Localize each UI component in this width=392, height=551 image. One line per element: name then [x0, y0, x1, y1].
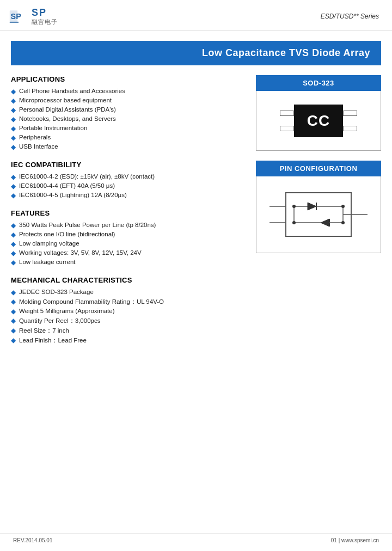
list-item-text: Lead Finish：Lead Free — [19, 336, 87, 345]
bullet-icon: ◆ — [11, 192, 16, 199]
list-item: ◆Low leakage current — [11, 259, 246, 266]
list-item: ◆Notebooks, Desktops, and Servers — [11, 115, 246, 123]
bullet-icon: ◆ — [11, 143, 16, 151]
bullet-icon: ◆ — [11, 134, 16, 142]
bullet-icon: ◆ — [11, 173, 16, 181]
list-item: ◆IEC61000-4-5 (Lightning) 12A (8/20μs) — [11, 192, 246, 199]
bullet-icon: ◆ — [11, 240, 16, 248]
list-item-text: Quantity Per Reel：3,000pcs — [19, 317, 100, 325]
list-item: ◆Low clamping voltage — [11, 240, 246, 248]
list-item: ◆IEC61000-4-2 (ESD): ±15kV (air), ±8kV (… — [11, 173, 246, 181]
bullet-icon: ◆ — [11, 317, 16, 325]
iec-heading: IEC COMPATIBILITY — [11, 161, 246, 169]
bullet-icon: ◆ — [11, 249, 16, 257]
list-item: ◆Lead Finish：Lead Free — [11, 336, 246, 345]
list-item-text: Protects one I/O line (bidirectional) — [19, 231, 115, 237]
bullet-icon: ◆ — [11, 222, 16, 229]
list-item-text: Weight 5 Milligrams (Approximate) — [19, 308, 115, 314]
list-item-text: 350 Watts Peak Pulse Power per Line (tp … — [19, 222, 156, 228]
svg-text:SP: SP — [11, 12, 22, 21]
list-item-text: Reel Size：7 inch — [19, 327, 69, 335]
mechanical-heading: MECHANICAL CHARACTERISTICS — [11, 276, 246, 284]
series-label: ESD/TUSD** Series — [321, 13, 379, 20]
list-item-text: Portable Instrumentation — [19, 125, 87, 131]
list-item-text: Low leakage current — [19, 259, 76, 265]
list-item-text: IEC61000-4-4 (EFT) 40A (5/50 μs) — [19, 182, 115, 189]
svg-marker-12 — [321, 219, 329, 226]
sod-diagram: CC — [280, 105, 357, 137]
list-item-text: Molding Compound Flammability Rating：UL … — [19, 298, 164, 306]
sod-body: CC — [256, 91, 381, 151]
sod-component-body: CC — [294, 105, 343, 137]
list-item: ◆Working voltages: 3V, 5V, 8V, 12V, 15V,… — [11, 249, 246, 257]
list-item: ◆Cell Phone Handsets and Accessories — [11, 88, 246, 95]
list-item-text: USB Interface — [19, 143, 58, 150]
list-item: ◆JEDEC SOD-323 Package — [11, 289, 246, 296]
bullet-icon: ◆ — [11, 289, 16, 296]
bullet-icon: ◆ — [11, 106, 16, 114]
list-item-text: Cell Phone Handsets and Accessories — [19, 88, 125, 94]
title-banner: Low Capacitance TVS Diode Array — [11, 41, 381, 65]
list-item: ◆Peripherals — [11, 134, 246, 142]
list-item-text: Notebooks, Desktops, and Servers — [19, 115, 116, 122]
list-item-text: Microprocessor based equipment — [19, 97, 112, 103]
applications-list: ◆Cell Phone Handsets and Accessories ◆Mi… — [11, 88, 246, 151]
lead-bottom-left — [280, 126, 294, 131]
header: SP SP 融宫电子 ESD/TUSD** Series — [0, 0, 392, 31]
left-leads — [280, 111, 294, 131]
bullet-icon: ◆ — [11, 259, 16, 266]
svg-marker-8 — [308, 203, 316, 210]
list-item-text: Low clamping voltage — [19, 240, 79, 247]
bullet-icon: ◆ — [11, 336, 16, 344]
bullet-icon: ◆ — [11, 182, 16, 190]
svg-rect-3 — [286, 193, 351, 236]
list-item-text: Peripherals — [19, 134, 51, 140]
title-banner-text: Low Capacitance TVS Diode Array — [202, 47, 370, 58]
svg-point-20 — [341, 205, 345, 208]
applications-heading: APPLICATIONS — [11, 75, 246, 83]
list-item: ◆Personal Digital Assistants (PDA's) — [11, 106, 246, 114]
footer: REV.2014.05.01 01 | www.spsemi.cn — [0, 534, 392, 543]
pin-config-box: PIN CONFIGURATION — [256, 161, 381, 253]
spsemi-logo-icon: SP — [9, 7, 28, 26]
list-item: ◆Quantity Per Reel：3,000pcs — [11, 317, 246, 325]
list-item-text: IEC61000-4-5 (Lightning) 12A (8/20μs) — [19, 192, 127, 198]
svg-point-21 — [341, 221, 345, 224]
logo-sp-label: SP — [32, 8, 58, 19]
list-item: ◆Weight 5 Milligrams (Approximate) — [11, 308, 246, 315]
list-item: ◆Protects one I/O line (bidirectional) — [11, 231, 246, 238]
main-content: APPLICATIONS ◆Cell Phone Handsets and Ac… — [0, 71, 392, 347]
features-heading: FEATURES — [11, 209, 246, 217]
footer-page-info: 01 | www.spsemi.cn — [331, 537, 379, 543]
pin-config-header: PIN CONFIGURATION — [256, 161, 381, 176]
bullet-icon: ◆ — [11, 97, 16, 105]
pin-config-diagram — [264, 182, 373, 247]
mechanical-list: ◆JEDEC SOD-323 Package ◆Molding Compound… — [11, 289, 246, 345]
right-leads — [343, 111, 357, 131]
list-item: ◆350 Watts Peak Pulse Power per Line (tp… — [11, 222, 246, 229]
list-item-text: JEDEC SOD-323 Package — [19, 289, 94, 295]
lead-top-right — [343, 111, 357, 116]
bullet-icon: ◆ — [11, 125, 16, 132]
svg-point-18 — [292, 205, 296, 208]
left-column: APPLICATIONS ◆Cell Phone Handsets and Ac… — [11, 75, 256, 347]
footer-rev: REV.2014.05.01 — [13, 537, 52, 543]
lead-top-left — [280, 111, 294, 116]
right-column: SOD-323 CC — [256, 75, 381, 347]
list-item: ◆USB Interface — [11, 143, 246, 151]
bullet-icon: ◆ — [11, 115, 16, 123]
list-item: ◆Reel Size：7 inch — [11, 327, 246, 335]
list-item: ◆Portable Instrumentation — [11, 125, 246, 132]
iec-list: ◆IEC61000-4-2 (ESD): ±15kV (air), ±8kV (… — [11, 173, 246, 199]
sod-label: CC — [307, 112, 330, 130]
list-item-text: IEC61000-4-2 (ESD): ±15kV (air), ±8kV (c… — [19, 173, 155, 180]
logo-cn-label: 融宫电子 — [32, 19, 58, 25]
lead-bottom-right — [343, 126, 357, 131]
bullet-icon: ◆ — [11, 231, 16, 238]
list-item: ◆Microprocessor based equipment — [11, 97, 246, 105]
list-item-text: Personal Digital Assistants (PDA's) — [19, 106, 116, 113]
pin-config-body — [256, 176, 381, 253]
bullet-icon: ◆ — [11, 298, 16, 305]
list-item: ◆IEC61000-4-4 (EFT) 40A (5/50 μs) — [11, 182, 246, 190]
bullet-icon: ◆ — [11, 88, 16, 95]
